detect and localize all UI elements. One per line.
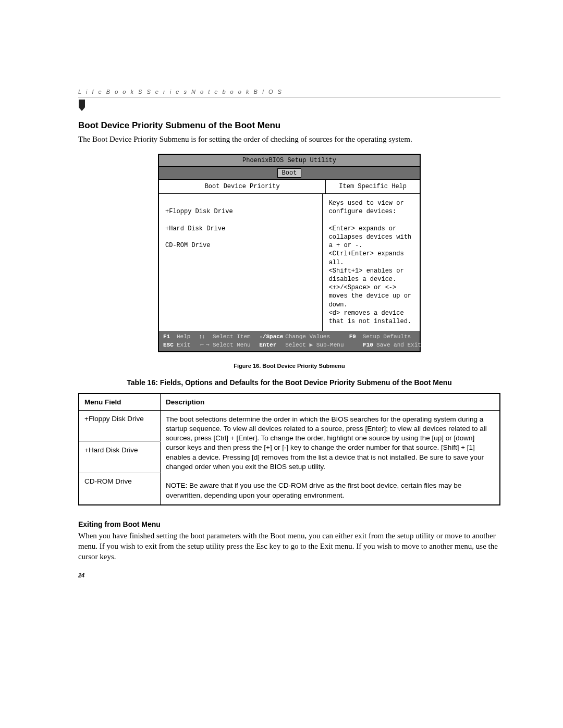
list-item[interactable]: +Floppy Disk Drive xyxy=(165,207,316,216)
f9-key: F9 xyxy=(349,333,363,341)
minus-space-key: -/Space xyxy=(259,333,285,341)
list-item[interactable]: +Hard Disk Drive xyxy=(165,225,316,233)
f10-key: F10 xyxy=(363,341,376,349)
bios-left-header: Boot Device Priority xyxy=(159,180,326,194)
exit-paragraph: When you have finished setting the boot … xyxy=(78,530,500,562)
bios-device-list[interactable]: +Floppy Disk Drive +Hard Disk Drive CD-R… xyxy=(159,194,323,331)
bios-right-header: Item Specific Help xyxy=(326,180,420,194)
leftright-icon: ←→ xyxy=(199,341,213,349)
bios-window: PhoenixBIOS Setup Utility Boot Boot Devi… xyxy=(158,154,421,352)
col-description: Description xyxy=(161,393,500,411)
exit-heading: Exiting from Boot Menu xyxy=(78,520,500,528)
table-header-row: Menu Field Description xyxy=(79,393,500,411)
fields-table: Menu Field Description +Floppy Disk Driv… xyxy=(78,393,500,505)
table-row: +Floppy Disk Drive The boot selections d… xyxy=(79,410,500,441)
esc-key: ESC xyxy=(163,341,177,349)
description-cell: The boot selections determine the order … xyxy=(161,410,500,504)
menu-field-cell: +Hard Disk Drive xyxy=(79,441,161,473)
menu-field-cell: +Floppy Disk Drive xyxy=(79,410,161,441)
enter-key: Enter xyxy=(259,341,285,349)
table-title: Table 16: Fields, Options and Defaults f… xyxy=(78,378,500,387)
section-heading: Boot Device Priority Submenu of the Boot… xyxy=(78,120,500,131)
intro-paragraph: The Boot Device Priority Submenu is for … xyxy=(78,134,500,144)
bios-tab-boot[interactable]: Boot xyxy=(277,168,302,178)
bios-column-headers: Boot Device Priority Item Specific Help xyxy=(159,180,420,194)
running-head: L i f e B o o k S S e r i e s N o t e b … xyxy=(78,89,500,95)
bios-menu-bar: Boot xyxy=(159,167,420,180)
updown-icon: ↑↓ xyxy=(199,332,213,340)
bookmark-icon xyxy=(78,100,500,111)
menu-field-cell: CD-ROM Drive xyxy=(79,473,161,505)
bios-body: +Floppy Disk Drive +Hard Disk Drive CD-R… xyxy=(159,194,420,331)
f1-key: F1 xyxy=(163,333,177,341)
header-rule xyxy=(78,97,500,97)
bios-help-text: Keys used to view or configure devices: … xyxy=(323,194,420,331)
col-menu-field: Menu Field xyxy=(79,393,161,411)
figure-caption: Figure 16. Boot Device Priority Submenu xyxy=(78,363,500,369)
bios-footer: F1Help ↑↓Select Item -/SpaceChange Value… xyxy=(159,331,420,351)
page-number: 24 xyxy=(78,572,84,578)
bios-title: PhoenixBIOS Setup Utility xyxy=(159,155,420,167)
document-page: L i f e B o o k S S e r i e s N o t e b … xyxy=(0,0,563,602)
list-item[interactable]: CD-ROM Drive xyxy=(165,241,316,250)
